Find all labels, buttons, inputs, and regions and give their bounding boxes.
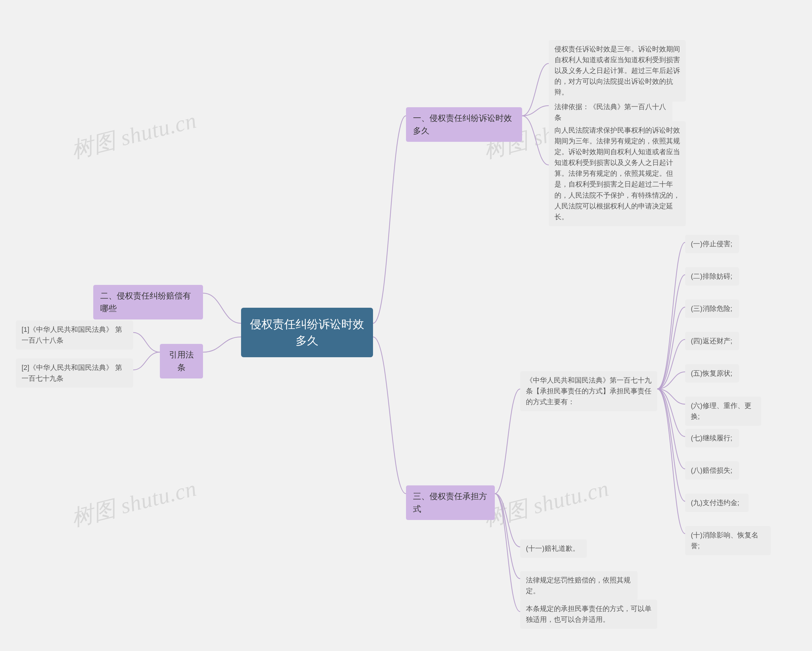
b3-item-11: (十一)赔礼道歉。	[520, 539, 587, 558]
b3-item-8: (八)赔偿损失;	[685, 461, 739, 480]
branch-2[interactable]: 二、侵权责任纠纷赔偿有哪些	[93, 285, 203, 319]
b3-extra-1: 法律规定惩罚性赔偿的，依照其规定。	[520, 571, 638, 600]
branch-3[interactable]: 三、侵权责任承担方式	[406, 485, 495, 520]
watermark: 树图 shutu.cn	[68, 474, 200, 533]
b3-item-7: (七)继续履行;	[685, 429, 739, 447]
b3-item-4: (四)返还财产;	[685, 332, 739, 350]
cite-2: [2]《中华人民共和国民法典》 第一百七十九条	[16, 359, 133, 388]
b1-note-1: 侵权责任诉讼时效是三年。诉讼时效期间自权利人知道或者应当知道权利受到损害以及义务…	[549, 40, 686, 101]
b3-item-10: (十)消除影响、恢复名誉;	[685, 526, 771, 555]
b3-item-6: (六)修理、重作、更换;	[685, 397, 761, 426]
b3-item-5: (五)恢复原状;	[685, 364, 739, 383]
b1-note-3: 向人民法院请求保护民事权利的诉讼时效期间为三年。法律另有规定的，依照其规定。诉讼…	[549, 121, 686, 226]
watermark: 树图 shutu.cn	[481, 474, 612, 533]
cite-1: [1]《中华人民共和国民法典》 第一百八十八条	[16, 321, 133, 350]
root-node[interactable]: 侵权责任纠纷诉讼时效多久	[241, 308, 373, 357]
cite-header[interactable]: 引用法条	[160, 344, 203, 379]
b3-extra-2: 本条规定的承担民事责任的方式，可以单独适用，也可以合并适用。	[520, 600, 657, 629]
b3-law: 《中华人民共和国民法典》第一百七十九条【承担民事责任的方式】承担民事责任的方式主…	[520, 371, 657, 411]
b3-item-1: (一)停止侵害;	[685, 235, 739, 253]
watermark: 树图 shutu.cn	[68, 105, 200, 166]
b3-item-3: (三)消除危险;	[685, 300, 739, 318]
branch-1[interactable]: 一、侵权责任纠纷诉讼时效多久	[406, 107, 522, 142]
b3-item-9: (九)支付违约金;	[685, 494, 749, 512]
b3-item-2: (二)排除妨碍;	[685, 267, 739, 286]
